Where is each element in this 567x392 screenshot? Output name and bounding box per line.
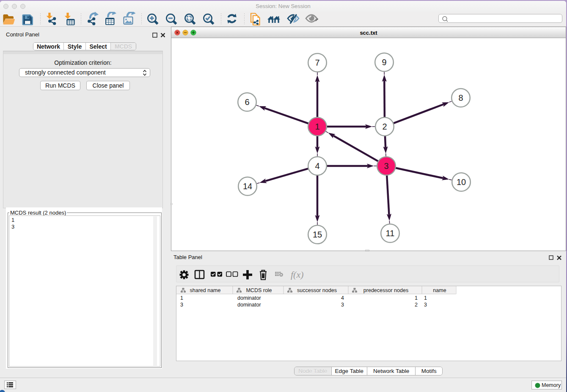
- svg-text:dominator: dominator: [237, 295, 261, 301]
- svg-text:3: 3: [180, 302, 183, 308]
- svg-text:shared name: shared name: [190, 287, 221, 293]
- svg-text:2: 2: [382, 122, 387, 131]
- svg-text:predecessor nodes: predecessor nodes: [363, 287, 408, 293]
- svg-text:1: 1: [180, 295, 183, 301]
- svg-text:3: 3: [341, 302, 344, 308]
- svg-text:11: 11: [386, 229, 395, 238]
- svg-text:3: 3: [424, 302, 427, 308]
- svg-text:name: name: [433, 287, 446, 293]
- svg-text:10: 10: [457, 177, 466, 187]
- svg-text:15: 15: [313, 230, 322, 239]
- svg-text:7: 7: [315, 58, 319, 67]
- svg-text:2: 2: [415, 302, 418, 308]
- svg-text:1: 1: [424, 295, 427, 301]
- svg-text:1: 1: [315, 122, 319, 131]
- svg-text:successor nodes: successor nodes: [297, 287, 337, 293]
- svg-text:4: 4: [341, 295, 344, 301]
- svg-text:6: 6: [245, 97, 249, 107]
- svg-text:f(x): f(x): [291, 269, 303, 280]
- svg-text:dominator: dominator: [237, 302, 261, 308]
- svg-text:1: 1: [415, 295, 418, 301]
- svg-text:8: 8: [458, 93, 463, 102]
- svg-text:4: 4: [315, 161, 319, 171]
- svg-text:3: 3: [384, 161, 388, 171]
- svg-text:9: 9: [382, 58, 386, 67]
- svg-text:MCDS role: MCDS role: [246, 287, 272, 293]
- svg-text:14: 14: [243, 182, 252, 191]
